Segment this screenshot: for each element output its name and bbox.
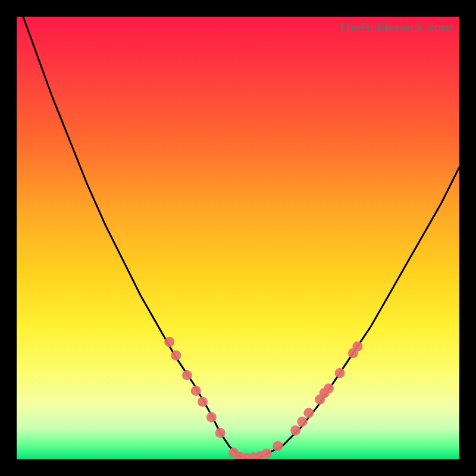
data-marker xyxy=(206,412,217,422)
data-marker xyxy=(198,397,208,407)
data-marker xyxy=(290,425,300,436)
data-marker xyxy=(215,428,226,438)
data-marker xyxy=(262,449,272,459)
plot-area: TheBottleneck.com xyxy=(17,17,459,459)
chart-frame: TheBottleneck.com xyxy=(0,0,476,476)
data-marker xyxy=(352,342,362,352)
curve-line xyxy=(17,17,459,459)
data-marker xyxy=(171,350,181,361)
data-marker xyxy=(164,337,174,347)
data-marker xyxy=(297,416,307,427)
data-marker xyxy=(191,386,201,396)
data-marker xyxy=(182,370,192,380)
data-marker xyxy=(304,408,314,418)
data-marker xyxy=(335,368,345,378)
bottleneck-chart xyxy=(17,17,459,459)
data-marker xyxy=(273,441,283,451)
data-marker xyxy=(324,384,334,394)
